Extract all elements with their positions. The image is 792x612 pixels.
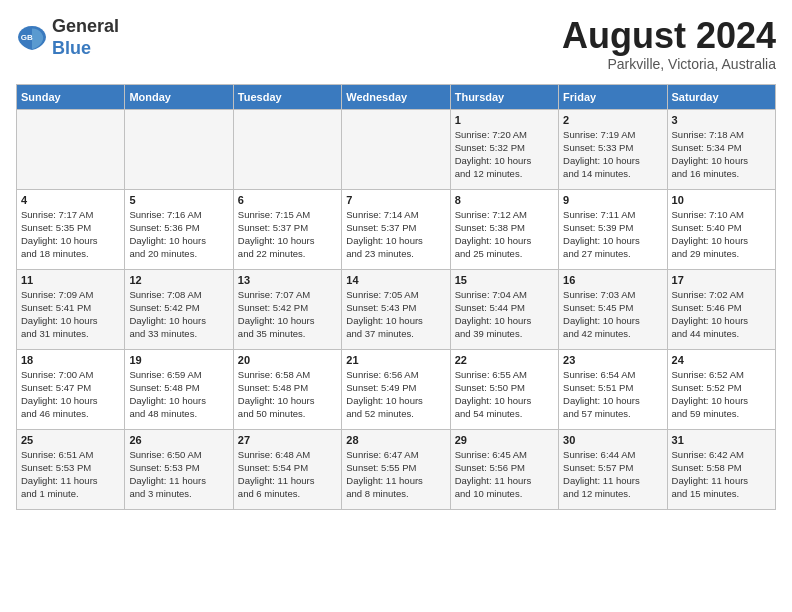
empty-cell (125, 109, 233, 189)
day-cell-25: 25Sunrise: 6:51 AM Sunset: 5:53 PM Dayli… (17, 429, 125, 509)
day-info: Sunrise: 6:59 AM Sunset: 5:48 PM Dayligh… (129, 368, 228, 421)
day-number: 29 (455, 434, 554, 446)
header-cell-sunday: Sunday (17, 84, 125, 109)
day-info: Sunrise: 7:08 AM Sunset: 5:42 PM Dayligh… (129, 288, 228, 341)
day-number: 10 (672, 194, 771, 206)
header-cell-saturday: Saturday (667, 84, 775, 109)
day-cell-15: 15Sunrise: 7:04 AM Sunset: 5:44 PM Dayli… (450, 269, 558, 349)
day-number: 18 (21, 354, 120, 366)
day-cell-5: 5Sunrise: 7:16 AM Sunset: 5:36 PM Daylig… (125, 189, 233, 269)
day-number: 17 (672, 274, 771, 286)
month-year: August 2024 (562, 16, 776, 56)
day-cell-18: 18Sunrise: 7:00 AM Sunset: 5:47 PM Dayli… (17, 349, 125, 429)
day-number: 28 (346, 434, 445, 446)
day-info: Sunrise: 6:58 AM Sunset: 5:48 PM Dayligh… (238, 368, 337, 421)
calendar-table: SundayMondayTuesdayWednesdayThursdayFrid… (16, 84, 776, 510)
day-cell-22: 22Sunrise: 6:55 AM Sunset: 5:50 PM Dayli… (450, 349, 558, 429)
day-cell-30: 30Sunrise: 6:44 AM Sunset: 5:57 PM Dayli… (559, 429, 667, 509)
header-cell-thursday: Thursday (450, 84, 558, 109)
header-row: SundayMondayTuesdayWednesdayThursdayFrid… (17, 84, 776, 109)
day-cell-10: 10Sunrise: 7:10 AM Sunset: 5:40 PM Dayli… (667, 189, 775, 269)
day-info: Sunrise: 7:19 AM Sunset: 5:33 PM Dayligh… (563, 128, 662, 181)
day-number: 26 (129, 434, 228, 446)
day-info: Sunrise: 6:47 AM Sunset: 5:55 PM Dayligh… (346, 448, 445, 501)
logo-text: General Blue (52, 16, 119, 59)
day-cell-17: 17Sunrise: 7:02 AM Sunset: 5:46 PM Dayli… (667, 269, 775, 349)
day-number: 13 (238, 274, 337, 286)
week-row-4: 18Sunrise: 7:00 AM Sunset: 5:47 PM Dayli… (17, 349, 776, 429)
day-number: 31 (672, 434, 771, 446)
day-info: Sunrise: 6:54 AM Sunset: 5:51 PM Dayligh… (563, 368, 662, 421)
day-info: Sunrise: 6:48 AM Sunset: 5:54 PM Dayligh… (238, 448, 337, 501)
day-info: Sunrise: 6:50 AM Sunset: 5:53 PM Dayligh… (129, 448, 228, 501)
day-number: 4 (21, 194, 120, 206)
week-row-5: 25Sunrise: 6:51 AM Sunset: 5:53 PM Dayli… (17, 429, 776, 509)
day-info: Sunrise: 7:07 AM Sunset: 5:42 PM Dayligh… (238, 288, 337, 341)
day-cell-12: 12Sunrise: 7:08 AM Sunset: 5:42 PM Dayli… (125, 269, 233, 349)
day-cell-19: 19Sunrise: 6:59 AM Sunset: 5:48 PM Dayli… (125, 349, 233, 429)
day-number: 12 (129, 274, 228, 286)
day-number: 25 (21, 434, 120, 446)
day-info: Sunrise: 7:10 AM Sunset: 5:40 PM Dayligh… (672, 208, 771, 261)
day-info: Sunrise: 7:02 AM Sunset: 5:46 PM Dayligh… (672, 288, 771, 341)
day-cell-8: 8Sunrise: 7:12 AM Sunset: 5:38 PM Daylig… (450, 189, 558, 269)
day-number: 15 (455, 274, 554, 286)
day-number: 1 (455, 114, 554, 126)
day-cell-9: 9Sunrise: 7:11 AM Sunset: 5:39 PM Daylig… (559, 189, 667, 269)
day-cell-7: 7Sunrise: 7:14 AM Sunset: 5:37 PM Daylig… (342, 189, 450, 269)
page-header: GB General Blue August 2024 Parkville, V… (16, 16, 776, 72)
day-number: 22 (455, 354, 554, 366)
day-cell-29: 29Sunrise: 6:45 AM Sunset: 5:56 PM Dayli… (450, 429, 558, 509)
day-number: 6 (238, 194, 337, 206)
day-cell-3: 3Sunrise: 7:18 AM Sunset: 5:34 PM Daylig… (667, 109, 775, 189)
day-cell-21: 21Sunrise: 6:56 AM Sunset: 5:49 PM Dayli… (342, 349, 450, 429)
day-number: 5 (129, 194, 228, 206)
empty-cell (17, 109, 125, 189)
day-number: 21 (346, 354, 445, 366)
week-row-1: 1Sunrise: 7:20 AM Sunset: 5:32 PM Daylig… (17, 109, 776, 189)
day-info: Sunrise: 7:09 AM Sunset: 5:41 PM Dayligh… (21, 288, 120, 341)
day-number: 2 (563, 114, 662, 126)
day-info: Sunrise: 7:05 AM Sunset: 5:43 PM Dayligh… (346, 288, 445, 341)
day-cell-27: 27Sunrise: 6:48 AM Sunset: 5:54 PM Dayli… (233, 429, 341, 509)
day-cell-26: 26Sunrise: 6:50 AM Sunset: 5:53 PM Dayli… (125, 429, 233, 509)
day-number: 27 (238, 434, 337, 446)
day-cell-1: 1Sunrise: 7:20 AM Sunset: 5:32 PM Daylig… (450, 109, 558, 189)
location: Parkville, Victoria, Australia (562, 56, 776, 72)
day-number: 9 (563, 194, 662, 206)
logo: GB General Blue (16, 16, 119, 59)
week-row-3: 11Sunrise: 7:09 AM Sunset: 5:41 PM Dayli… (17, 269, 776, 349)
day-cell-6: 6Sunrise: 7:15 AM Sunset: 5:37 PM Daylig… (233, 189, 341, 269)
empty-cell (342, 109, 450, 189)
day-number: 7 (346, 194, 445, 206)
day-number: 23 (563, 354, 662, 366)
day-number: 24 (672, 354, 771, 366)
svg-text:GB: GB (21, 32, 33, 41)
day-info: Sunrise: 7:16 AM Sunset: 5:36 PM Dayligh… (129, 208, 228, 261)
day-cell-24: 24Sunrise: 6:52 AM Sunset: 5:52 PM Dayli… (667, 349, 775, 429)
title-area: August 2024 Parkville, Victoria, Austral… (562, 16, 776, 72)
day-info: Sunrise: 7:15 AM Sunset: 5:37 PM Dayligh… (238, 208, 337, 261)
day-cell-2: 2Sunrise: 7:19 AM Sunset: 5:33 PM Daylig… (559, 109, 667, 189)
day-number: 14 (346, 274, 445, 286)
day-number: 30 (563, 434, 662, 446)
day-info: Sunrise: 7:18 AM Sunset: 5:34 PM Dayligh… (672, 128, 771, 181)
day-info: Sunrise: 7:12 AM Sunset: 5:38 PM Dayligh… (455, 208, 554, 261)
day-number: 20 (238, 354, 337, 366)
day-number: 11 (21, 274, 120, 286)
day-number: 16 (563, 274, 662, 286)
header-cell-tuesday: Tuesday (233, 84, 341, 109)
header-cell-wednesday: Wednesday (342, 84, 450, 109)
day-info: Sunrise: 6:42 AM Sunset: 5:58 PM Dayligh… (672, 448, 771, 501)
day-cell-23: 23Sunrise: 6:54 AM Sunset: 5:51 PM Dayli… (559, 349, 667, 429)
day-info: Sunrise: 7:11 AM Sunset: 5:39 PM Dayligh… (563, 208, 662, 261)
day-number: 8 (455, 194, 554, 206)
day-number: 3 (672, 114, 771, 126)
day-info: Sunrise: 6:51 AM Sunset: 5:53 PM Dayligh… (21, 448, 120, 501)
day-info: Sunrise: 6:56 AM Sunset: 5:49 PM Dayligh… (346, 368, 445, 421)
day-info: Sunrise: 6:52 AM Sunset: 5:52 PM Dayligh… (672, 368, 771, 421)
day-cell-4: 4Sunrise: 7:17 AM Sunset: 5:35 PM Daylig… (17, 189, 125, 269)
day-info: Sunrise: 6:55 AM Sunset: 5:50 PM Dayligh… (455, 368, 554, 421)
day-info: Sunrise: 6:45 AM Sunset: 5:56 PM Dayligh… (455, 448, 554, 501)
day-info: Sunrise: 7:03 AM Sunset: 5:45 PM Dayligh… (563, 288, 662, 341)
